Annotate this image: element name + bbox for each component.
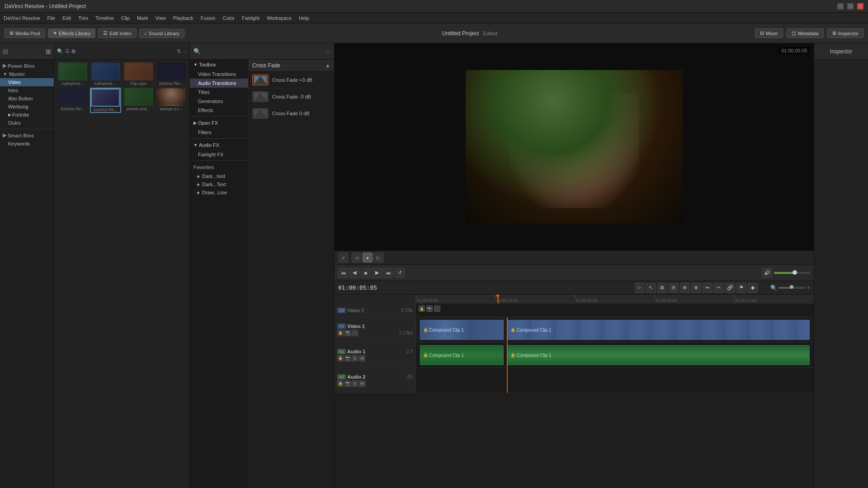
cross-fade-item-1[interactable]: Cross Fade +3 dB <box>249 72 334 89</box>
a2-s-btn[interactable]: S <box>352 380 358 387</box>
go-to-end-button[interactable]: ⏭ <box>383 268 393 278</box>
toolbox-item[interactable]: ▼Toolbox <box>190 60 248 70</box>
mark-in-button[interactable]: ⊳ <box>635 283 645 293</box>
fav-dark-text[interactable]: ★Dark...Text <box>190 180 248 188</box>
a1-m-btn[interactable]: M <box>359 355 365 361</box>
clip-thumb-8[interactable]: woman-11... <box>156 88 187 113</box>
open-fx-item[interactable]: ▶Open FX <box>190 118 248 128</box>
bin-intro[interactable]: Intro <box>0 86 54 94</box>
cross-fade-item-3[interactable]: Cross Fade 0 dB <box>249 105 334 122</box>
effects-more-icon[interactable]: ··· <box>326 48 330 55</box>
selection-tool[interactable]: ↖ <box>646 283 656 293</box>
zoom-handle[interactable] <box>790 285 793 289</box>
flag-tool[interactable]: ⚑ <box>736 283 746 293</box>
clip-thumb-1[interactable]: Aufnahme... <box>57 62 88 86</box>
close-button[interactable]: ✕ <box>857 3 863 9</box>
zoom-in-tl-icon[interactable]: + <box>807 285 810 291</box>
maximize-button[interactable]: □ <box>847 3 854 9</box>
menu-help[interactable]: Help <box>299 15 309 21</box>
cross-fade-item-2[interactable]: Cross Fade -3 dB <box>249 89 334 105</box>
pool-list-icon[interactable]: ⊟ <box>3 48 8 55</box>
a1-clip-2[interactable]: 🔒 Compound Clip 1 <box>507 345 810 365</box>
dynamic-trim[interactable]: ↭ <box>703 283 712 293</box>
a2-m-btn[interactable]: M <box>359 380 365 387</box>
video-transitions-item[interactable]: Video Transitions <box>190 70 248 79</box>
volume-slider[interactable] <box>774 272 810 274</box>
menu-timeline[interactable]: Timeline <box>95 15 114 21</box>
a1-camera-btn[interactable]: 📷 <box>344 355 351 361</box>
menu-fusion[interactable]: Fusion <box>201 15 216 21</box>
play-reverse-button[interactable]: ◀ <box>349 268 359 278</box>
menu-fairlight[interactable]: Fairlight <box>242 15 259 21</box>
snap-tool[interactable]: ◆ <box>748 283 758 293</box>
bin-keywords[interactable]: Keywords <box>0 140 54 148</box>
viewer-dot-button[interactable]: ● <box>363 253 373 263</box>
pool-grid-icon[interactable]: ⊞ <box>46 48 51 55</box>
clip-thumb-6[interactable]: DaVinci Re... <box>90 88 121 113</box>
bin-werbung[interactable]: Werbung <box>0 103 54 111</box>
mixer-button[interactable]: ⊟ Mixer <box>755 28 783 38</box>
menu-color[interactable]: Color <box>223 15 235 21</box>
v2-lock-btn[interactable]: 🔒 <box>419 305 425 312</box>
list-view-icon[interactable]: ☰ <box>65 48 70 54</box>
slip-tool[interactable]: ⊕ <box>680 283 690 293</box>
effects-item[interactable]: Effects <box>190 106 248 115</box>
link-tool[interactable]: 🔗 <box>725 283 735 293</box>
sound-library-button[interactable]: ♪ Sound Library <box>139 29 184 38</box>
smart-bins-header[interactable]: ▶ Smart Bins <box>0 131 54 140</box>
audio-transitions-item[interactable]: Audio Transitions <box>190 79 248 88</box>
menu-clip[interactable]: Clip <box>121 15 130 21</box>
metadata-button[interactable]: ◫ Metadata <box>787 28 824 38</box>
stop-button[interactable]: ■ <box>361 268 371 278</box>
audio-mute-button[interactable]: 🔊 <box>762 268 772 278</box>
bin-fortnite[interactable]: ▶Fortnite <box>0 111 54 119</box>
clip-thumb-4[interactable]: DaVinci Re... <box>156 62 187 86</box>
go-to-start-button[interactable]: ⏮ <box>338 268 348 278</box>
inspector-button[interactable]: ⊞ Inspector <box>827 28 863 38</box>
grid-view-icon[interactable]: ⊞ <box>71 48 75 54</box>
power-bins-header[interactable]: ▶ Power Bins <box>0 61 54 70</box>
more-options-icon[interactable]: ··· <box>183 49 187 54</box>
bin-outro[interactable]: Outro <box>0 119 54 127</box>
play-button[interactable]: ▶ <box>372 268 382 278</box>
effects-search-icon[interactable]: 🔍 <box>193 48 201 55</box>
zoom-out-icon[interactable]: 🔍 <box>770 285 777 291</box>
a2-camera-btn[interactable]: 📷 <box>344 380 351 387</box>
menu-trim[interactable]: Trim <box>78 15 88 21</box>
media-pool-button[interactable]: ⊞ Media Pool <box>5 28 45 38</box>
zoom-slider[interactable] <box>778 287 806 289</box>
menu-file[interactable]: File <box>47 15 56 21</box>
menu-edit[interactable]: Edit <box>62 15 71 21</box>
edit-index-button[interactable]: ☰ Edit Index <box>98 28 137 38</box>
menu-davinci[interactable]: DaVinci Resolve <box>4 15 40 21</box>
generators-item[interactable]: Generators <box>190 97 248 106</box>
v1-vis-btn[interactable]: □ <box>352 330 358 336</box>
v1-camera-btn[interactable]: 📷 <box>344 330 351 336</box>
sort-icon[interactable]: ⇅ <box>177 48 181 54</box>
collapse-cross-icon[interactable]: ▲ <box>325 62 330 69</box>
filters-item[interactable]: Filters <box>190 128 248 137</box>
fairlight-fx-item[interactable]: Fairlight FX <box>190 150 248 159</box>
zoom-in-icon[interactable]: 🔍 <box>57 48 63 54</box>
clip-thumb-2[interactable]: Aufnahme ... <box>90 62 121 86</box>
titles-item[interactable]: Titles <box>190 88 248 97</box>
a1-lock-btn[interactable]: 🔒 <box>337 355 344 361</box>
v1-lock-btn[interactable]: 🔒 <box>337 330 344 336</box>
slide-tool[interactable]: ⊗ <box>691 283 701 293</box>
menu-mark[interactable]: Mark <box>137 15 148 21</box>
blade-tool[interactable]: ✂ <box>714 283 724 293</box>
menu-workspace[interactable]: Workspace <box>267 15 292 21</box>
a2-lock-btn[interactable]: 🔒 <box>337 380 344 387</box>
bin-abo[interactable]: Abo Button <box>0 94 54 103</box>
menu-view[interactable]: View <box>155 15 166 21</box>
master-header[interactable]: ▼ Master <box>0 70 54 78</box>
audio-fx-item[interactable]: ▼Audio FX <box>190 140 248 150</box>
a1-clip-1[interactable]: 🔒 Compound Clip 1 <box>420 345 504 365</box>
razor-tool[interactable]: ⊟ <box>669 283 679 293</box>
clip-thumb-3[interactable]: Clip.mp4 <box>123 62 154 86</box>
viewer-prev-button[interactable]: ◁ <box>352 253 362 263</box>
full-screen-button[interactable]: ⤢ <box>338 253 348 263</box>
v1-clip-2[interactable]: 🔒 Compound Clip 1 <box>507 320 810 340</box>
minimize-button[interactable]: − <box>837 3 844 9</box>
effects-library-button[interactable]: ✦ Effects Library <box>48 28 95 38</box>
